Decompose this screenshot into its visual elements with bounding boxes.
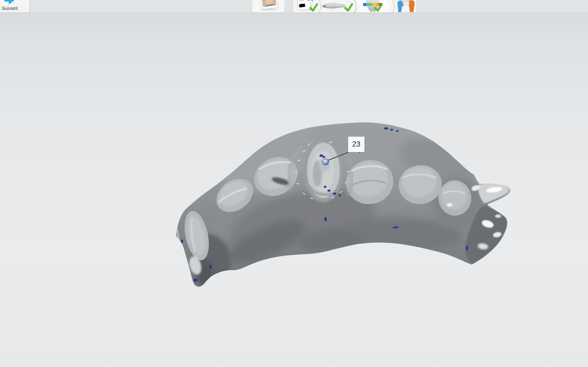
- 3d-model-upper-jaw[interactable]: [169, 119, 514, 294]
- next-button[interactable]: Suivant: [0, 0, 29, 13]
- next-button-label: Suivant: [2, 6, 18, 11]
- patient-photo-icon: [258, 0, 281, 12]
- top-toolbar: Suivant: [0, 0, 588, 13]
- viewport-background[interactable]: 23: [0, 13, 588, 367]
- scanner-icon: [322, 1, 348, 11]
- workflow-step-shade-analysis[interactable]: [356, 0, 391, 13]
- check-icon: [374, 3, 383, 12]
- workflow-step-send[interactable]: [391, 0, 416, 13]
- tooth-annotation-label[interactable]: 23: [348, 137, 364, 152]
- workflow-step-order-form[interactable]: [293, 0, 320, 13]
- send-patients-icon: [396, 0, 416, 13]
- jaw-mesh-shading: [176, 119, 509, 288]
- next-arrow-icon: [4, 0, 15, 4]
- workflow-step-scan[interactable]: [320, 0, 355, 13]
- check-icon: [309, 3, 318, 12]
- annotation-marker-sphere[interactable]: [323, 159, 329, 165]
- workflow-step-patient[interactable]: [252, 0, 284, 13]
- check-icon: [344, 3, 353, 12]
- workflow-steps-band: [293, 0, 416, 13]
